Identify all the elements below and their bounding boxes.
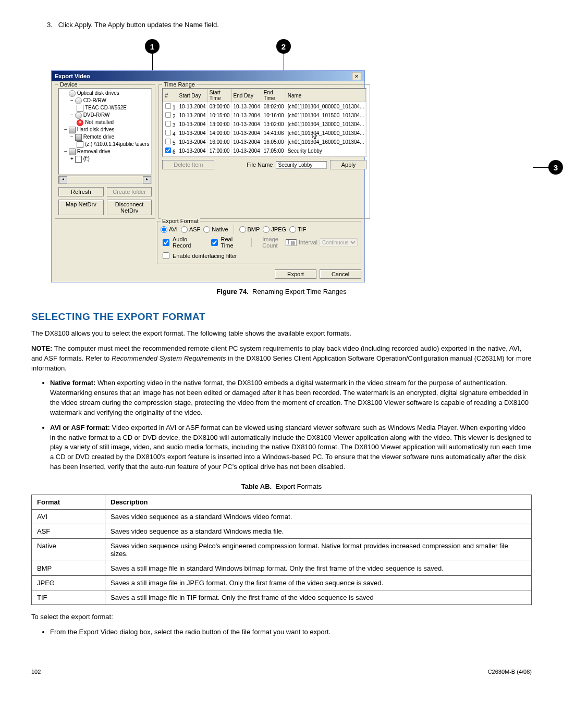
cancel-button[interactable]: Cancel (320, 269, 361, 279)
image-count-group: Image Count 1▦ Interval Continuous (262, 236, 358, 249)
table-row: 110-13-200408:00:0010-13-200408:02:00[ch… (163, 102, 366, 112)
interval-select: Continuous (320, 238, 358, 246)
file-name-field[interactable]: Security Lobby (276, 161, 327, 169)
table-row: BMPSaves a still image file in standard … (32, 561, 532, 575)
file-name-label: File Name (247, 162, 273, 168)
cd-icon (75, 97, 82, 104)
table-row: 410-13-200414:00:0010-13-200414:41:06[ch… (163, 129, 366, 138)
row-checkbox[interactable] (165, 130, 171, 135)
image-count-spinner: 1▦ (286, 239, 297, 246)
time-range-label: Time Range (162, 81, 197, 88)
section-heading: SELECTING THE EXPORT FORMAT (31, 311, 532, 323)
callout-1-badge: 1 (145, 39, 160, 54)
checkbox-icon[interactable] (77, 105, 83, 112)
col-end-day: End Day (231, 89, 262, 102)
list-item: AVI or ASF format: Video exported in AVI… (50, 423, 532, 472)
device-label: Device (58, 81, 79, 88)
refresh-button[interactable]: Refresh (58, 187, 104, 196)
export-video-dialog: Export Video ✕ Device − Optical disk dri… (51, 70, 365, 282)
doc-id: C2630M-B (4/08) (488, 669, 532, 675)
table-row: 510-13-200416:00:0010-13-200416:05:00[ch… (163, 138, 366, 146)
th-description: Description (105, 495, 532, 509)
step-num: 3. (47, 21, 53, 29)
export-button[interactable]: Export (275, 269, 316, 279)
audio-record-checkbox[interactable]: Audio Record (161, 236, 201, 249)
callout-3: 3 (533, 160, 563, 175)
table-row: NativeSaves video sequence using Pelco's… (32, 538, 532, 561)
page-footer: 102 C2630M-B (4/08) (31, 669, 532, 675)
figure-caption: Figure 74. Renaming Export Time Ranges (31, 288, 532, 295)
remote-drive-icon (75, 134, 82, 141)
apply-button[interactable]: Apply (330, 160, 366, 169)
checkbox-icon[interactable] (77, 141, 83, 148)
close-icon[interactable]: ✕ (352, 72, 361, 80)
disc-icon (69, 90, 76, 97)
table-row: 310-13-200413:00:0010-13-200413:02:00[ch… (163, 120, 366, 129)
dialog-titlebar: Export Video ✕ (52, 71, 364, 81)
page-number: 102 (31, 669, 41, 675)
step-text: Click Apply. The Apply button updates th… (58, 21, 219, 29)
disconnect-netdrv-button[interactable]: Disconnect NetDrv (107, 200, 152, 215)
radio-native[interactable]: Native (203, 226, 228, 233)
map-netdrv-button[interactable]: Map NetDrv (58, 200, 104, 215)
row-checkbox[interactable] (165, 139, 171, 144)
error-icon: × (77, 119, 83, 126)
intro-paragraph: The DX8100 allows you to select the expo… (31, 329, 532, 339)
removal-drive-icon (69, 149, 76, 155)
table-row: JPEGSaves a still image file in JPEG for… (32, 575, 532, 590)
list-item: Native format: When exporting video in t… (50, 378, 532, 417)
checkbox-icon[interactable] (75, 156, 82, 163)
create-folder-button: Create folder (107, 187, 152, 196)
col-end-time: End Time (262, 89, 286, 102)
post-bullets: From the Export Video dialog box, select… (31, 627, 532, 637)
time-range-grid[interactable]: # Start Day Start Time End Day End Time … (162, 88, 366, 157)
radio-tif[interactable]: TIF (289, 226, 307, 233)
row-checkbox[interactable] (165, 147, 171, 153)
dialog-title: Export Video (55, 73, 90, 79)
dvd-icon (75, 112, 82, 119)
real-time-checkbox[interactable]: Real Time (209, 236, 241, 249)
table-row: 210-13-200410:15:0010-13-200410:16:00[ch… (163, 111, 366, 120)
col-num: # (163, 89, 177, 102)
export-format-label: Export Format (161, 218, 200, 224)
table-row: AVISaves video sequence as a standard Wi… (32, 509, 532, 524)
deinterlace-checkbox[interactable]: Enable deinterlacing filter (161, 251, 237, 261)
col-start-time: Start Time (207, 89, 231, 102)
note-label: NOTE: (31, 344, 52, 352)
table-row: 610-13-200417:00:0010-13-200417:05:00Sec… (163, 146, 366, 155)
delete-item-button: Delete Item (162, 160, 214, 169)
th-format: Format (32, 495, 105, 509)
table-row: ASFSaves video sequence as a standard Wi… (32, 524, 532, 538)
table-caption: Table AB. Export Formats (31, 483, 532, 490)
cursor-icon (312, 132, 319, 140)
step-line: 3. Click Apply. The Apply button updates… (47, 21, 532, 29)
radio-avi[interactable]: AVI (161, 226, 178, 233)
post-table-text: To select the export format: (31, 612, 532, 622)
row-checkbox[interactable] (165, 112, 171, 118)
list-item: From the Export Video dialog box, select… (50, 627, 532, 637)
export-formats-table: Format Description AVISaves video sequen… (31, 495, 532, 605)
col-start-day: Start Day (177, 89, 207, 102)
hdd-icon (69, 127, 76, 133)
tree-hscrollbar[interactable]: ◂▸ (58, 176, 152, 184)
row-checkbox[interactable] (165, 103, 171, 109)
radio-bmp[interactable]: BMP (239, 226, 260, 233)
radio-jpeg[interactable]: JPEG (263, 226, 286, 233)
export-format-fieldset: Export Format AVI ASF Native BMP JPEG TI… (157, 221, 361, 264)
row-checkbox[interactable] (165, 121, 171, 127)
callout-3-badge: 3 (548, 160, 563, 175)
callout-2-badge: 2 (276, 39, 291, 54)
table-row: TIFSaves a still image file in TIF forma… (32, 590, 532, 604)
figure-wrap: 1 2 Export Video ✕ Device − Optical disk… (47, 39, 532, 282)
col-name: Name (286, 89, 366, 102)
device-fieldset: Device − Optical disk drives − CD-R/RW T… (55, 84, 155, 219)
feature-bullets: Native format: When exporting video in t… (31, 378, 532, 472)
note-paragraph: NOTE: The computer must meet the recomme… (31, 344, 532, 374)
time-range-fieldset: Time Range # Start Day Start Time End Da… (158, 84, 370, 219)
radio-asf[interactable]: ASF (181, 226, 200, 233)
device-tree[interactable]: − Optical disk drives − CD-R/RW TEAC CD-… (58, 88, 152, 175)
